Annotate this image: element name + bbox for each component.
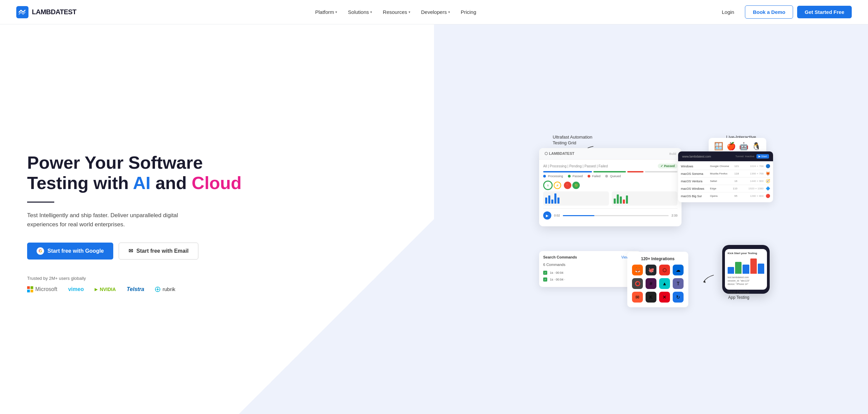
get-started-button[interactable]: Get Started Free: [797, 6, 852, 18]
jira-icon: ⬡: [659, 265, 670, 275]
mobile-screen: Kick Start your Testing test.lambdatest.…: [725, 249, 767, 290]
chevron-down-icon: ▾: [448, 10, 450, 14]
command-item-2: ✓ 1s · 00:04 ·: [543, 276, 637, 283]
heading-divider: [27, 202, 54, 203]
clickup-icon: ▲: [659, 278, 670, 289]
logo[interactable]: LAMBDATEST: [16, 6, 76, 18]
azure-icon: ☁: [673, 265, 684, 275]
email-icon: ✉: [129, 248, 133, 254]
microsoft-logo: Microsoft: [27, 286, 57, 292]
nav-solutions[interactable]: Solutions ▾: [343, 6, 377, 18]
book-demo-button[interactable]: Book a Demo: [745, 5, 793, 19]
nav-resources[interactable]: Resources ▾: [378, 6, 415, 18]
circle-icon: ⭕: [632, 278, 643, 289]
brand-logos: Microsoft vimeo ▶ NVIDIA Telstra: [27, 286, 414, 292]
nav-right: Login Book a Demo Get Started Free: [715, 5, 852, 19]
android-icon: 🤖: [739, 142, 748, 151]
windows-icon: 🪟: [714, 142, 723, 151]
google-signup-button[interactable]: G Start free with Google: [27, 243, 113, 260]
hero-subtext: Test Intelligently and ship faster. Deli…: [27, 211, 203, 229]
linux-icon: 🐧: [752, 142, 761, 151]
dashboard-body: All | Processing | Pending | Passed | Fa…: [539, 160, 682, 226]
nav-developers[interactable]: Developers ▾: [416, 6, 455, 18]
github-icon: 🐙: [646, 265, 656, 275]
nav-platform[interactable]: Platform ▾: [310, 6, 342, 18]
trusted-text: Trusted by 2M+ users globally: [27, 276, 414, 281]
svg-rect-0: [16, 6, 28, 18]
telstra-logo: Telstra: [127, 286, 144, 292]
navbar: LAMBDATEST Platform ▾ Solutions ▾ Resour…: [0, 0, 868, 24]
gitlab-icon: 🦊: [632, 265, 643, 275]
login-button[interactable]: Login: [715, 6, 741, 18]
slack-icon: #: [646, 278, 656, 289]
hero-buttons: G Start free with Google ✉ Start free wi…: [27, 243, 414, 260]
browser-testing-card: www.lambdatest.com Tunnel: Inactive ▶ St…: [678, 151, 773, 202]
video-timeline[interactable]: [563, 215, 669, 216]
realdevice-arrow: [700, 273, 717, 284]
email-signup-button[interactable]: ✉ Start free with Email: [119, 243, 198, 260]
realdevice-label: Real DeviceApp Testing: [727, 290, 749, 301]
mobile-app-card: Kick Start your Testing test.lambdatest.…: [722, 245, 770, 294]
k-icon: K: [646, 292, 656, 303]
microsoft-icon: [27, 286, 33, 292]
rubrik-icon: [155, 287, 160, 292]
vimeo-logo: vimeo: [68, 286, 84, 292]
dashboard-card: ⬡ LAMBDATEST Build All | Processing | Pe…: [539, 148, 682, 226]
hero-right: Ultrafast AutomationTesting Grid Live-In…: [434, 24, 868, 414]
nav-links: Platform ▾ Solutions ▾ Resources ▾ Devel…: [310, 6, 481, 18]
teams-icon: T: [673, 278, 684, 289]
nvidia-logo: ▶ NVIDIA: [95, 287, 116, 292]
messenger-icon: ✉: [632, 292, 643, 303]
hero-visual: Ultrafast AutomationTesting Grid Live-In…: [532, 124, 770, 314]
chevron-down-icon: ▾: [409, 10, 410, 14]
google-icon: G: [37, 247, 44, 255]
integrations-card: 120+ Integrations 🦊 🐙 ⬡ ☁ ⭕ # ▲ T ✉ K ✕ …: [627, 252, 688, 307]
x-icon: ✕: [659, 292, 670, 303]
hero-heading: Power Your Software Testing with AI and …: [27, 153, 414, 193]
dashboard-header: ⬡ LAMBDATEST Build: [539, 148, 682, 160]
logo-text: LAMBDATEST: [32, 8, 76, 16]
chevron-down-icon: ▾: [370, 10, 372, 14]
automation-label: Ultrafast AutomationTesting Grid: [553, 134, 592, 146]
commands-card: Search Commands View: All ▾ 6 Commands ✓…: [539, 251, 641, 287]
rubrik-logo: rubrik: [155, 286, 175, 292]
play-button[interactable]: ▶: [543, 211, 551, 220]
nav-pricing[interactable]: Pricing: [456, 6, 481, 18]
command-item-1: ✓ 1s · 00:04: [543, 269, 637, 276]
apple-icon: 🍎: [727, 142, 736, 151]
chevron-down-icon: ▾: [335, 10, 337, 14]
hero-section: Power Your Software Testing with AI and …: [0, 24, 868, 414]
hero-left: Power Your Software Testing with AI and …: [0, 24, 434, 414]
reload-icon: ↻: [673, 292, 684, 303]
